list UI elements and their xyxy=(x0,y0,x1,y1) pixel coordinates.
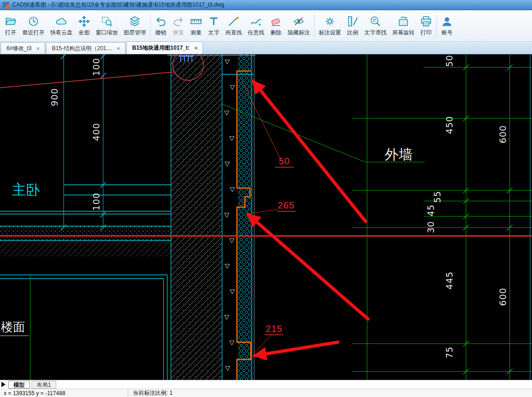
screen-rotate-icon xyxy=(397,15,409,27)
sheet-nav-arrow-icon[interactable] xyxy=(1,382,6,387)
recent-open-label: 最近打开 xyxy=(22,29,45,37)
doc-tab-2-label: B15-结构总说明（201… xyxy=(52,45,112,52)
annotation-settings-button[interactable]: 标注设置 xyxy=(316,13,344,39)
dim-label: 100 xyxy=(91,192,101,210)
full-view-label: 全图 xyxy=(79,29,90,37)
red-dim-label: 265 xyxy=(278,200,295,210)
measure-label: 测量 xyxy=(190,29,202,37)
freehand-line-label: 任意线 xyxy=(248,29,264,37)
draw-line-icon xyxy=(228,15,240,27)
doc-tab-2[interactable]: B15-结构总说明（201… × xyxy=(46,42,125,54)
cad-drawing[interactable]: 900 100 400 100 50 450 600 55 45 30 445 … xyxy=(0,54,532,380)
printer-icon xyxy=(420,15,432,27)
freehand-line-icon xyxy=(250,15,262,27)
hide-annotation-button[interactable]: 隐藏标注 xyxy=(285,13,313,39)
close-icon[interactable]: × xyxy=(193,45,199,51)
account-button[interactable]: 账号 xyxy=(438,13,456,39)
doc-tab-1[interactable]: 6#修改_t3 × xyxy=(0,42,45,54)
measure-ruler-icon xyxy=(190,15,202,27)
dim-label: 100 xyxy=(91,58,101,76)
full-view-button[interactable]: 全图 xyxy=(75,13,93,39)
window-title: CAD快速看图 - G:\图纸发总包\15全专业图纸\建筑\建施通\B15地块通… xyxy=(12,1,224,9)
redo-arrow-icon xyxy=(172,15,184,27)
delete-label: 删除 xyxy=(270,29,282,37)
text-tool-label: 文字 xyxy=(208,29,219,37)
dim-label: 400 xyxy=(91,123,101,141)
layer-manager-button[interactable]: 图层管理 xyxy=(121,13,149,39)
redo-button[interactable]: 恢复 xyxy=(170,13,187,39)
recent-open-button[interactable]: 最近打开 xyxy=(20,13,47,39)
structure-lines xyxy=(0,54,530,380)
account-person-icon xyxy=(441,15,453,27)
floor-label: 楼面 xyxy=(1,320,25,334)
undo-label: 撤销 xyxy=(155,29,166,37)
dim-label: 45 xyxy=(426,204,436,216)
measure-button[interactable]: 测量 xyxy=(187,13,205,39)
close-icon[interactable]: × xyxy=(35,46,41,52)
window-titlebar[interactable]: CAD快速看图 - G:\图纸发总包\15全专业图纸\建筑\建施通\B15地块通… xyxy=(0,0,532,10)
cloud-disk-label: 快看云盘 xyxy=(50,29,72,37)
insulation-symbol-strip xyxy=(224,60,235,371)
text-tool-icon xyxy=(208,15,220,27)
doc-tab-3-active[interactable]: B15地块通用图1017_t: × xyxy=(126,41,203,54)
account-label: 账号 xyxy=(441,29,453,37)
toolbar-separator xyxy=(150,14,151,38)
doc-tab-3-label: B15地块通用图1017_t: xyxy=(132,44,190,52)
text-search-magnifier-icon xyxy=(369,15,381,27)
window-zoom-button[interactable]: 窗口缩放 xyxy=(93,13,121,39)
hide-annotation-label: 隐藏标注 xyxy=(288,29,310,37)
document-tabbar: 6#修改_t3 × B15-结构总说明（201… × B15地块通用图1017_… xyxy=(0,42,532,54)
text-tool-button[interactable]: 文字 xyxy=(205,13,223,39)
screen-rotate-label: 屏幕旋转 xyxy=(392,29,414,37)
annotation-settings-gear-icon xyxy=(324,15,336,27)
recent-clock-icon xyxy=(27,15,39,27)
dim-label: 600 xyxy=(498,125,508,143)
freehand-line-button[interactable]: 任意线 xyxy=(245,13,267,39)
dim-label: 50 xyxy=(444,55,454,67)
annotation-scale-status: 当前标注比例: 1 xyxy=(128,389,177,397)
window-zoom-icon xyxy=(101,15,113,27)
drawing-canvas[interactable]: 900 100 400 100 50 450 600 55 45 30 445 … xyxy=(0,54,532,380)
annotation-settings-label: 标注设置 xyxy=(319,29,341,37)
status-bar: x = 1393155 y = -117488 当前标注比例: 1 xyxy=(0,389,532,397)
sheet-tab-layout1[interactable]: 布局1 xyxy=(32,381,56,389)
room-label: 主卧 xyxy=(12,182,40,197)
scale-ruler-icon xyxy=(347,15,359,27)
full-view-icon xyxy=(78,15,90,27)
window-zoom-label: 窗口缩放 xyxy=(96,29,118,37)
close-icon[interactable]: × xyxy=(116,46,121,52)
main-toolbar: 打开 最近打开 快看云盘 全图 窗口缩放 图层管理 撤销 xyxy=(0,10,532,42)
exterior-wall-label: 外墙 xyxy=(385,147,413,162)
dim-label: 30 xyxy=(426,221,436,233)
toolbar-separator xyxy=(314,14,315,38)
open-button[interactable]: 打开 xyxy=(2,13,20,39)
eraser-icon xyxy=(270,15,282,27)
scale-label: 比例 xyxy=(347,29,358,37)
wall-section-hatch xyxy=(0,54,252,380)
sheet-tab-model[interactable]: 模型 xyxy=(8,381,30,389)
text-search-label: 文字查找 xyxy=(364,29,387,37)
print-label: 打印 xyxy=(420,29,432,37)
layers-icon xyxy=(129,15,141,27)
text-search-button[interactable]: 文字查找 xyxy=(361,13,389,39)
open-label: 打开 xyxy=(5,29,16,37)
app-icon xyxy=(3,2,9,8)
hide-annotation-eye-icon xyxy=(293,15,305,27)
red-annotation-arrows[interactable] xyxy=(248,81,368,356)
cloud-disk-button[interactable]: 快看云盘 xyxy=(47,13,75,39)
print-button[interactable]: 打印 xyxy=(417,13,435,39)
scale-button[interactable]: 比例 xyxy=(344,13,361,39)
cloud-icon xyxy=(55,15,67,27)
draw-line-button[interactable]: 画直线 xyxy=(223,13,245,39)
screen-rotate-button[interactable]: 屏幕旋转 xyxy=(389,13,417,39)
dim-label: 600 xyxy=(498,287,508,306)
cursor-coordinates: x = 1393155 y = -117488 xyxy=(0,390,128,397)
dim-label: 445 xyxy=(444,271,454,289)
open-folder-icon xyxy=(5,15,17,27)
sheet-tabbar: 模型 布局1 xyxy=(0,380,532,389)
delete-button[interactable]: 删除 xyxy=(267,13,285,39)
dim-label: 75 xyxy=(444,346,454,358)
undo-button[interactable]: 撤销 xyxy=(152,13,170,39)
dim-label: 900 xyxy=(49,88,59,106)
toolbar-separator xyxy=(436,14,437,38)
